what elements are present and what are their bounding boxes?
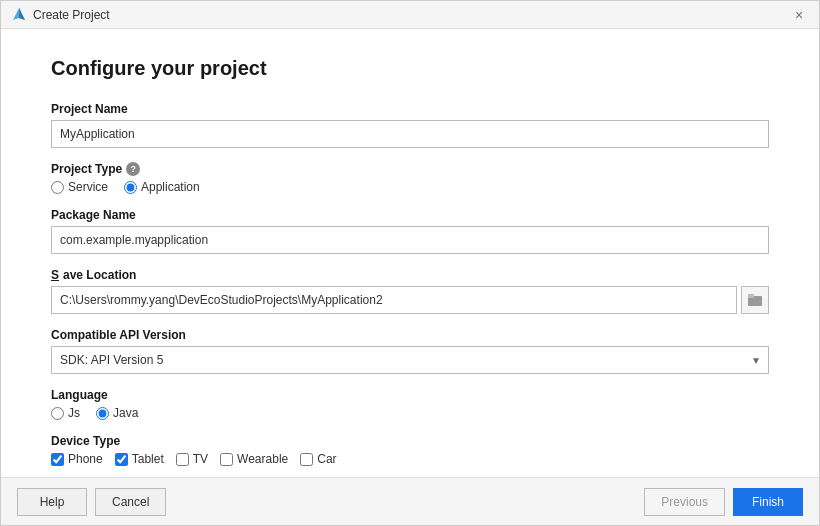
radio-js-label: Js [68,406,80,420]
checkbox-wearable[interactable]: Wearable [220,452,288,466]
package-name-input[interactable] [51,226,769,254]
device-type-checkbox-group: Phone Tablet TV Wearable Car [51,452,769,466]
project-type-group: Project Type ? Service Application [51,162,769,194]
cancel-button[interactable]: Cancel [95,488,166,516]
checkbox-wearable-label: Wearable [237,452,288,466]
checkbox-car-label: Car [317,452,336,466]
browse-folder-button[interactable] [741,286,769,314]
previous-button[interactable]: Previous [644,488,725,516]
checkbox-tablet-label: Tablet [132,452,164,466]
svg-rect-1 [748,294,754,298]
save-location-input[interactable] [51,286,737,314]
footer-left: Help Cancel [17,488,166,516]
create-project-dialog: Create Project × Configure your project … [0,0,820,526]
api-version-group: Compatible API Version SDK: API Version … [51,328,769,374]
checkbox-phone-label: Phone [68,452,103,466]
dialog-title: Create Project [33,8,110,22]
package-name-label: Package Name [51,208,769,222]
app-logo-icon [11,7,27,23]
api-version-select-wrapper: SDK: API Version 5 SDK: API Version 4 SD… [51,346,769,374]
package-name-group: Package Name [51,208,769,254]
radio-application-input[interactable] [124,181,137,194]
device-type-label: Device Type [51,434,769,448]
checkbox-wearable-input[interactable] [220,453,233,466]
language-label: Language [51,388,769,402]
project-type-label: Project Type ? [51,162,769,176]
project-name-group: Project Name [51,102,769,148]
radio-java-label: Java [113,406,138,420]
checkbox-car-input[interactable] [300,453,313,466]
radio-application-label: Application [141,180,200,194]
project-type-info-icon[interactable]: ? [126,162,140,176]
checkbox-tv[interactable]: TV [176,452,208,466]
radio-service-label: Service [68,180,108,194]
save-location-row [51,286,769,314]
project-name-input[interactable] [51,120,769,148]
dialog-footer: Help Cancel Previous Finish [1,477,819,525]
save-location-label: Save Location [51,268,769,282]
radio-java-input[interactable] [96,407,109,420]
api-version-select[interactable]: SDK: API Version 5 SDK: API Version 4 SD… [51,346,769,374]
help-button[interactable]: Help [17,488,87,516]
save-location-group: Save Location [51,268,769,314]
radio-java[interactable]: Java [96,406,138,420]
api-version-label: Compatible API Version [51,328,769,342]
checkbox-car[interactable]: Car [300,452,336,466]
language-radio-group: Js Java [51,406,769,420]
page-title: Configure your project [51,57,769,80]
finish-button[interactable]: Finish [733,488,803,516]
checkbox-tablet-input[interactable] [115,453,128,466]
project-type-radio-group: Service Application [51,180,769,194]
radio-js-input[interactable] [51,407,64,420]
title-bar: Create Project × [1,1,819,29]
checkbox-phone[interactable]: Phone [51,452,103,466]
title-bar-left: Create Project [11,7,110,23]
device-type-group: Device Type Phone Tablet TV Wearable [51,434,769,466]
dialog-content: Configure your project Project Name Proj… [1,29,819,477]
language-group: Language Js Java [51,388,769,420]
project-name-label: Project Name [51,102,769,116]
radio-service[interactable]: Service [51,180,108,194]
radio-application[interactable]: Application [124,180,200,194]
folder-icon [748,294,762,306]
checkbox-tablet[interactable]: Tablet [115,452,164,466]
close-button[interactable]: × [789,5,809,25]
checkbox-tv-label: TV [193,452,208,466]
checkbox-tv-input[interactable] [176,453,189,466]
footer-right: Previous Finish [644,488,803,516]
radio-js[interactable]: Js [51,406,80,420]
checkbox-phone-input[interactable] [51,453,64,466]
radio-service-input[interactable] [51,181,64,194]
